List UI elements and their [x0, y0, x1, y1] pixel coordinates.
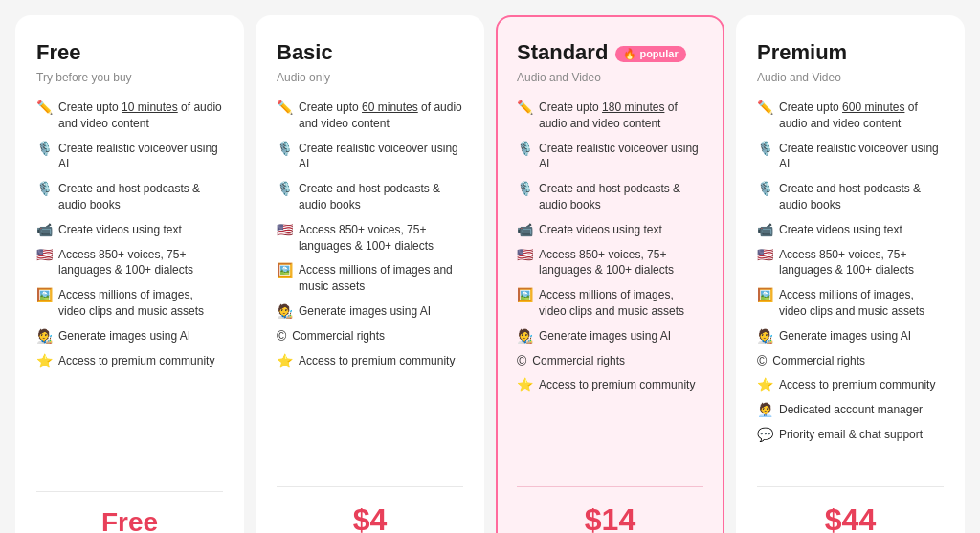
list-item: ⭐Access to premium community — [517, 377, 703, 393]
feature-text: Access millions of images, video clips a… — [539, 287, 703, 320]
list-item: 🎙️Create realistic voiceover using AI — [277, 141, 463, 173]
list-item: ⭐Access to premium community — [277, 353, 463, 369]
features-list-standard: ✏️Create upto 180 minutes of audio and v… — [517, 100, 703, 452]
price-section-free: FreeUpgrade as you scale — [36, 507, 223, 533]
feature-text: Generate images using AI — [539, 328, 703, 344]
feature-text: Commercial rights — [532, 353, 703, 369]
feature-text: Create realistic voiceover using AI — [58, 141, 223, 173]
feature-icon: ©️ — [277, 328, 286, 344]
feature-icon: 🖼️ — [517, 287, 533, 303]
feature-icon: ⭐ — [757, 377, 773, 393]
list-item: 🧑‍🎨Generate images using AI — [277, 303, 463, 320]
feature-text: Access 850+ voices, 75+ languages & 100+… — [58, 247, 223, 279]
feature-icon: 🇺🇸 — [517, 247, 533, 263]
plan-subtitle-basic: Audio only — [277, 71, 463, 84]
list-item: 🧑‍💼Dedicated account manager — [757, 402, 944, 418]
divider — [757, 486, 944, 487]
plan-card-premium: PremiumAudio and Video✏️Create upto 600 … — [736, 15, 965, 533]
feature-text: Create and host podcasts & audio books — [779, 181, 944, 213]
feature-text: Create upto 600 minutes of audio and vid… — [779, 100, 944, 132]
price-amount-standard: $14 — [517, 502, 703, 533]
features-list-basic: ✏️Create upto 60 minutes of audio and vi… — [277, 100, 463, 452]
plan-name-free: Free — [36, 40, 80, 65]
price-amount-premium: $44 — [757, 502, 944, 533]
list-item: 🎙️Create and host podcasts & audio books — [277, 181, 463, 213]
feature-icon: ⭐ — [277, 353, 293, 369]
feature-text: Create upto 180 minutes of audio and vid… — [539, 100, 703, 132]
feature-text: Generate images using AI — [299, 303, 463, 320]
plan-subtitle-premium: Audio and Video — [757, 71, 944, 84]
feature-text: Access millions of images, video clips a… — [58, 287, 223, 320]
feature-text: Create realistic voiceover using AI — [779, 141, 944, 173]
feature-icon: ⭐ — [517, 377, 533, 393]
feature-icon: ©️ — [757, 353, 767, 369]
feature-icon: ✏️ — [36, 100, 53, 116]
feature-icon: 🎙️ — [36, 181, 53, 197]
feature-icon: 🧑‍🎨 — [517, 328, 533, 344]
feature-text: Create videos using text — [58, 222, 223, 238]
feature-icon: 🎙️ — [36, 141, 53, 157]
feature-icon: 📹 — [757, 222, 773, 238]
list-item: 🧑‍🎨Generate images using AI — [757, 328, 944, 344]
feature-icon: 🖼️ — [277, 262, 293, 278]
price-amount-free: Free — [36, 507, 223, 533]
plan-name-row-standard: Standard🔥 popular — [517, 40, 703, 67]
list-item: ©️Commercial rights — [757, 353, 944, 369]
feature-icon: 🎙️ — [277, 141, 293, 157]
feature-text: Generate images using AI — [58, 328, 223, 344]
list-item: ⭐Access to premium community — [757, 377, 944, 393]
feature-icon: ✏️ — [277, 100, 293, 116]
list-item: 🖼️Access millions of images and music as… — [277, 262, 463, 295]
feature-icon: 🖼️ — [757, 287, 773, 303]
feature-text: Commercial rights — [772, 353, 944, 369]
feature-icon: 📹 — [36, 222, 53, 238]
list-item: 💬Priority email & chat support — [757, 427, 944, 443]
divider — [517, 486, 703, 487]
feature-icon: 🎙️ — [757, 181, 773, 197]
list-item: 🇺🇸Access 850+ voices, 75+ languages & 10… — [757, 247, 944, 279]
feature-text: Access 850+ voices, 75+ languages & 100+… — [299, 222, 463, 255]
plan-card-basic: BasicAudio only✏️Create upto 60 minutes … — [256, 15, 484, 533]
feature-icon: ⭐ — [36, 353, 53, 369]
feature-icon: 🎙️ — [277, 181, 293, 197]
feature-icon: 🎙️ — [517, 181, 533, 197]
feature-icon: 🧑‍🎨 — [277, 303, 293, 320]
feature-icon: ✏️ — [517, 100, 533, 116]
feature-icon: 🇺🇸 — [277, 222, 293, 238]
feature-text: Commercial rights — [292, 328, 463, 344]
list-item: ✏️Create upto 180 minutes of audio and v… — [517, 100, 703, 132]
list-item: 🎙️Create realistic voiceover using AI — [517, 141, 703, 173]
feature-text: Access to premium community — [299, 353, 463, 369]
plan-card-free: FreeTry before you buy✏️Create upto 10 m… — [15, 15, 244, 533]
plan-subtitle-free: Try before you buy — [36, 71, 223, 84]
popular-badge: 🔥 popular — [615, 46, 685, 62]
feature-icon: 🇺🇸 — [757, 247, 773, 263]
list-item: 📹Create videos using text — [757, 222, 944, 238]
feature-text: Priority email & chat support — [779, 427, 944, 443]
feature-text: Access to premium community — [58, 353, 223, 369]
plan-subtitle-standard: Audio and Video — [517, 71, 703, 84]
feature-text: Create and host podcasts & audio books — [58, 181, 223, 213]
feature-icon: 🎙️ — [757, 141, 773, 157]
feature-text: Create upto 60 minutes of audio and vide… — [299, 100, 463, 132]
feature-icon: ©️ — [517, 353, 526, 369]
list-item: 🇺🇸Access 850+ voices, 75+ languages & 10… — [517, 247, 703, 279]
plan-name-row-free: Free — [36, 40, 223, 67]
list-item: ✏️Create upto 10 minutes of audio and vi… — [36, 100, 223, 132]
divider — [277, 486, 463, 487]
list-item: 🇺🇸Access 850+ voices, 75+ languages & 10… — [277, 222, 463, 255]
plan-name-basic: Basic — [277, 40, 333, 65]
feature-text: Create realistic voiceover using AI — [539, 141, 703, 173]
feature-icon: 🧑‍💼 — [757, 402, 773, 418]
plan-name-premium: Premium — [757, 40, 847, 65]
list-item: 📹Create videos using text — [517, 222, 703, 238]
list-item: ⭐Access to premium community — [36, 353, 223, 369]
feature-icon: 🧑‍🎨 — [757, 328, 773, 344]
list-item: 📹Create videos using text — [36, 222, 223, 238]
list-item: 🖼️Access millions of images, video clips… — [517, 287, 703, 320]
list-item: 🎙️Create and host podcasts & audio books — [757, 181, 944, 213]
feature-text: Access 850+ voices, 75+ languages & 100+… — [779, 247, 944, 279]
price-section-basic: $4per month — [277, 502, 463, 533]
list-item: 🧑‍🎨Generate images using AI — [36, 328, 223, 344]
features-list-free: ✏️Create upto 10 minutes of audio and vi… — [36, 100, 223, 456]
